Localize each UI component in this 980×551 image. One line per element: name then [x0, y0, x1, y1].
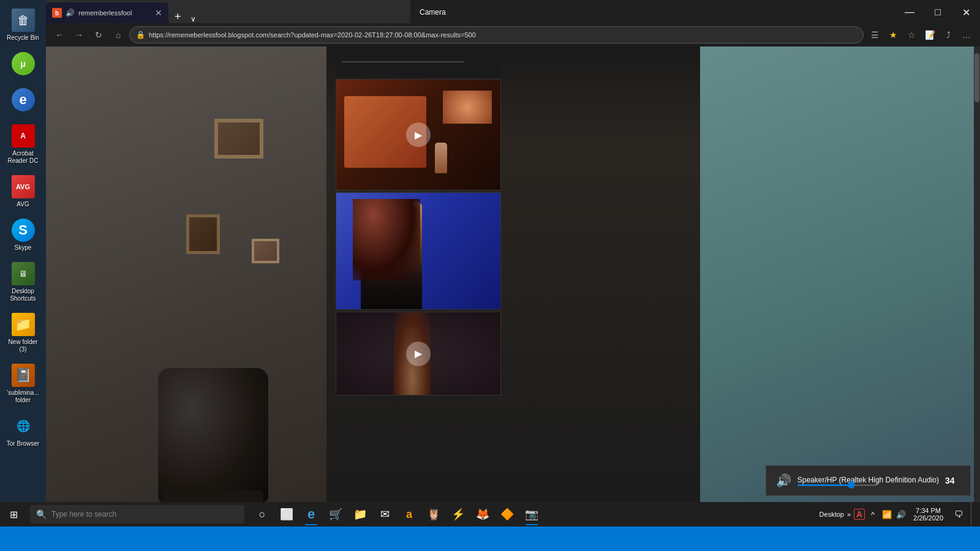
tor-icon: 🌐 [12, 414, 35, 438]
speaker-icon: 🔊 [776, 473, 791, 488]
show-desktop-button[interactable] [971, 502, 974, 527]
share-button[interactable]: ⤴ [940, 26, 957, 43]
taskbar-app-icons: ○ ⬜ e 🛒 📁 ✉ a 🦉 ⚡ 🦊 🔶 📷 [247, 502, 813, 527]
reader-view-button[interactable]: ☰ [866, 26, 883, 43]
speaker-volume-popup: 🔊 Speaker/HP (Realtek High Definition Au… [766, 465, 971, 496]
picture-frame-2 [186, 214, 220, 254]
desktop-icon-tor-browser[interactable]: 🌐 Tor Browser [3, 412, 43, 449]
nav-bar: ← → ↻ ⌂ 🔒 https://rememeberlessfool.blog… [46, 23, 980, 47]
volume-thumb [848, 481, 855, 489]
taskbar-amazon-button[interactable]: a [397, 502, 421, 527]
taskbar-vlc-button[interactable]: 🔶 [495, 502, 519, 527]
taskbar-right-area: Desktop » A ^ 📶 🔊 7:34 PM 2/26/2020 🗨 [813, 502, 980, 527]
desktop-icon-new-folder-3[interactable]: 📁 New folder (3) [3, 310, 43, 355]
camera-maximize-button[interactable]: □ [924, 0, 952, 24]
notes-button[interactable]: 📝 [921, 26, 938, 43]
edge-icon: e [12, 88, 35, 111]
camera-minimize-button[interactable]: — [895, 0, 924, 24]
taskbar-tripadvisor-button[interactable]: 🦉 [421, 502, 446, 527]
speaker-title: Speaker/HP (Realtek High Definition Audi… [797, 476, 939, 484]
webpage-content: ▶ [46, 47, 980, 527]
tab-list-chevron[interactable]: ∨ [187, 15, 199, 23]
clock-time: 7:34 PM [916, 507, 941, 514]
hidden-icons-button[interactable]: ^ [867, 508, 879, 520]
taskbar-camera-button[interactable]: 📷 [519, 502, 544, 527]
search-icon: 🔍 [36, 509, 47, 519]
blog-post-1[interactable]: ▶ [336, 79, 501, 190]
favorites-star-button[interactable]: ★ [884, 26, 902, 43]
notification-button[interactable]: 🗨 [949, 502, 968, 527]
desktop-icon-desktop-shortcuts[interactable]: 🖥 Desktop Shortcuts [3, 260, 43, 304]
browser-window: Camera — □ ✕ b 🔊 rememberlessfool ✕ + ∨ [46, 0, 980, 527]
utorrent-icon: μ [12, 52, 35, 75]
start-button[interactable]: ⊞ [0, 502, 28, 527]
desktop-icon-avg[interactable]: AVG AVG [3, 173, 43, 210]
back-button[interactable]: ← [51, 26, 68, 43]
leather-chair [158, 368, 268, 503]
more-button[interactable]: … [958, 26, 975, 43]
taskbar-store-button[interactable]: 🛒 [323, 502, 348, 527]
taskbar-search-box[interactable]: 🔍 Type here to search [30, 505, 244, 523]
address-url: https://rememeberlessfool.blogspot.com/s… [149, 31, 857, 39]
adobe-icon: A [12, 124, 35, 148]
blog-background: ▶ [46, 47, 980, 527]
desktop-shortcuts-icon: 🖥 [12, 262, 35, 285]
volume-value: 34 [945, 476, 960, 485]
taskbar-mail-button[interactable]: ✉ [372, 502, 397, 527]
taskbar-daemon-tools-button[interactable]: ⚡ [446, 502, 470, 527]
desktop-icon-skype[interactable]: S Skype [3, 216, 43, 253]
desktop-icon-adobe[interactable]: A Acrobat Reader DC [3, 122, 43, 167]
favorites-menu-button[interactable]: ☆ [903, 26, 920, 43]
volume-bar-container[interactable] [797, 484, 939, 486]
post-2-hair [353, 199, 420, 280]
browser-tab-active[interactable]: b 🔊 rememberlessfool ✕ [46, 2, 168, 23]
taskbar-task-view-button[interactable]: ⬜ [274, 502, 299, 527]
avg-icon: AVG [12, 175, 35, 198]
blog-header-bar [336, 47, 501, 77]
volume-icon[interactable]: 🔊 [895, 508, 907, 520]
home-button[interactable]: ⌂ [110, 26, 127, 43]
desktop-icon-utorrent[interactable]: μ [3, 50, 43, 80]
network-icon[interactable]: 📶 [881, 508, 893, 520]
avg-label: AVG [17, 201, 29, 208]
post-1-play-button[interactable]: ▶ [406, 122, 431, 147]
desktop-icon-sublimina[interactable]: 📓 'sublimina... folder [3, 361, 43, 406]
forward-button[interactable]: → [70, 26, 88, 43]
desktop-icon-recycle-bin[interactable]: 🗑 Recycle Bin [3, 6, 43, 43]
post-2-thumbnail [336, 193, 500, 309]
system-clock[interactable]: 7:34 PM 2/26/2020 [910, 507, 946, 522]
desktop-icon-edge[interactable]: e [3, 86, 43, 116]
blog-post-2[interactable] [336, 192, 501, 310]
volume-fill [797, 484, 851, 486]
volume-track [797, 484, 877, 486]
taskbar-firefox-button[interactable]: 🦊 [470, 502, 495, 527]
tab-audio-icon: 🔊 [66, 9, 75, 17]
taskbar-edge-button[interactable]: e [299, 502, 323, 527]
new-folder-3-label: New folder (3) [5, 339, 41, 353]
search-placeholder-text: Type here to search [51, 510, 116, 519]
blog-post-3[interactable]: ▶ [336, 312, 501, 395]
taskbar-cortana-button[interactable]: ○ [250, 502, 274, 527]
camera-close-button[interactable]: ✕ [952, 0, 980, 24]
desktop-label[interactable]: Desktop [820, 511, 844, 518]
address-bar[interactable]: 🔒 https://rememeberlessfool.blogspot.com… [129, 26, 864, 43]
refresh-button[interactable]: ↻ [90, 26, 107, 43]
desktop-shortcuts-label: Desktop Shortcuts [5, 288, 41, 302]
desktop: 🗑 Recycle Bin μ e A Acrobat Reader DC AV… [0, 0, 980, 527]
scrollbar-thumb [974, 53, 979, 102]
recycle-bin-label: Recycle Bin [7, 34, 39, 42]
camera-window-controls: — □ ✕ [895, 0, 980, 24]
post-3-thumbnail: ▶ [336, 312, 500, 395]
taskbar-explorer-button[interactable]: 📁 [348, 502, 372, 527]
post-3-play-button[interactable]: ▶ [406, 342, 431, 366]
new-tab-button[interactable]: + [168, 10, 187, 23]
page-scrollbar[interactable] [974, 47, 980, 527]
sublimina-label: 'sublimina... folder [5, 389, 41, 404]
tab-close-button[interactable]: ✕ [155, 8, 162, 18]
picture-frame-3 [252, 239, 279, 263]
avg-tray-icon[interactable]: A [854, 509, 865, 520]
camera-window-titlebar: Camera — □ ✕ [410, 0, 980, 24]
tab-label: rememberlessfool [78, 9, 151, 17]
taskbar-chevron[interactable]: » [847, 511, 851, 518]
post-1-thumbnail: ▶ [336, 80, 500, 190]
